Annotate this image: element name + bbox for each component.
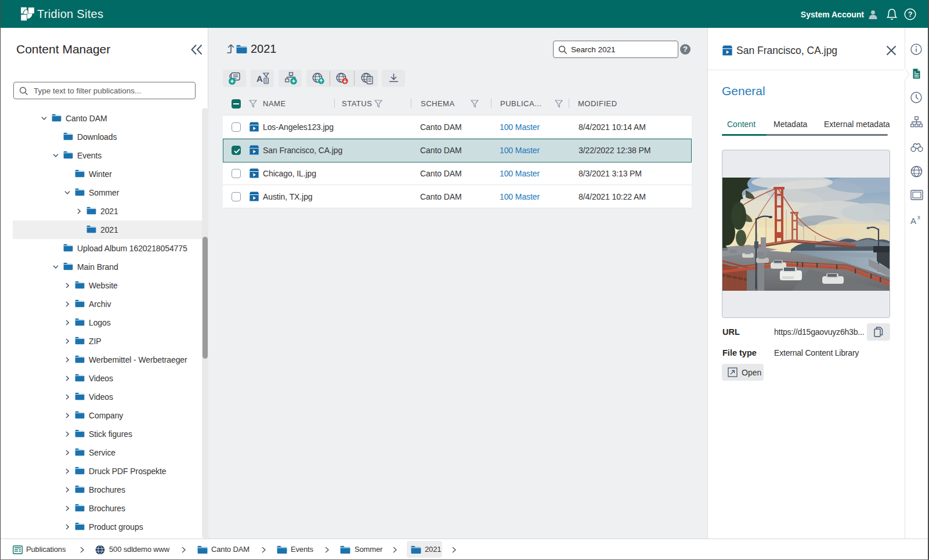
svg-text:A: A <box>256 74 263 84</box>
svg-text:A: A <box>910 216 916 226</box>
svg-text:?: ? <box>908 10 913 19</box>
svg-text:x: x <box>917 214 920 221</box>
